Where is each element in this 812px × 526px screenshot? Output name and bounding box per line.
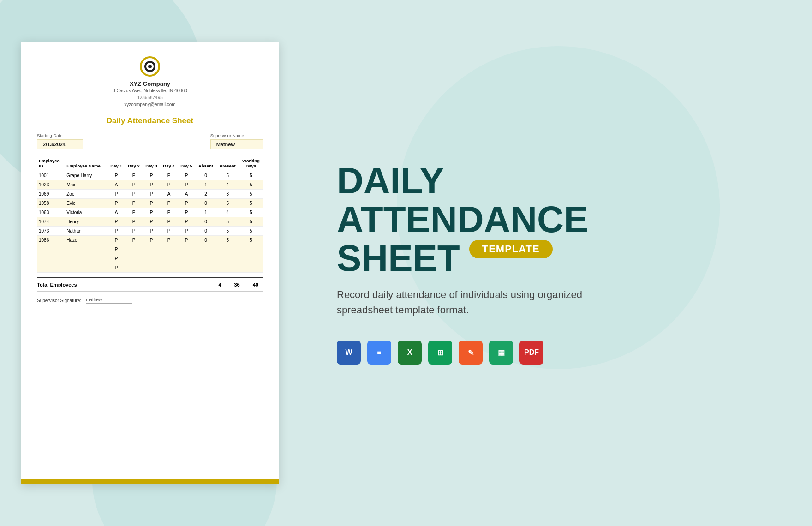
table-row: 1001 Grape Harry P P P P P 0 5 5 bbox=[37, 171, 263, 180]
table-row: 1074 Henry P P P P P 0 5 5 bbox=[37, 217, 263, 227]
attendance-table: EmployeeID Employee Name Day 1 Day 2 Day… bbox=[37, 156, 263, 273]
app-icon-pages[interactable]: ✎ bbox=[459, 341, 483, 365]
attendance-document: XYZ Company 3 Cactus Ave., Noblesville, … bbox=[21, 42, 279, 484]
footer-bar bbox=[21, 479, 279, 484]
col-header-day5: Day 5 bbox=[178, 156, 195, 171]
total-working: 40 bbox=[253, 282, 258, 287]
supervisor-name-value: Mathew bbox=[210, 139, 263, 149]
signature-row: Supervisor Signature: mathew bbox=[37, 297, 263, 304]
total-present: 36 bbox=[234, 282, 240, 287]
signature-value: mathew bbox=[86, 297, 132, 304]
supervisor-name-label: Supervisor Name bbox=[210, 133, 263, 138]
table-row-empty: P bbox=[37, 245, 263, 254]
signature-label: Supervisor Signature: bbox=[37, 298, 81, 303]
right-panel: DAILY ATTENDANCE SHEET TEMPLATE Record d… bbox=[300, 0, 812, 526]
company-logo bbox=[139, 55, 161, 78]
col-header-working: WorkingDays bbox=[239, 156, 263, 171]
app-icon-pdf[interactable]: PDF bbox=[519, 341, 543, 365]
total-row: Total Employees 4 36 40 bbox=[37, 277, 263, 292]
app-icon-sheets[interactable]: ⊞ bbox=[428, 341, 452, 365]
table-row: 1023 Max A P P P P 1 4 5 bbox=[37, 180, 263, 190]
col-header-day2: Day 2 bbox=[125, 156, 143, 171]
app-icon-word[interactable]: W bbox=[337, 341, 361, 365]
sheet-title: Daily Attendance Sheet bbox=[37, 116, 263, 126]
col-header-name: Employee Name bbox=[65, 156, 107, 171]
col-header-day1: Day 1 bbox=[107, 156, 125, 171]
starting-date-value: 2/13/2024 bbox=[37, 139, 83, 149]
col-header-day3: Day 3 bbox=[143, 156, 160, 171]
col-header-id: EmployeeID bbox=[37, 156, 65, 171]
supervisor-name-field: Supervisor Name Mathew bbox=[210, 133, 263, 149]
table-row: 1073 Nathan P P P P P 0 5 5 bbox=[37, 227, 263, 236]
col-header-day4: Day 4 bbox=[160, 156, 178, 171]
app-icon-numbers[interactable]: ▦ bbox=[489, 341, 513, 365]
total-absent: 4 bbox=[218, 282, 221, 287]
table-row: 1063 Victoria A P P P P 1 4 5 bbox=[37, 208, 263, 217]
starting-date-label: Starting Date bbox=[37, 133, 83, 138]
col-header-absent: Absent bbox=[195, 156, 216, 171]
company-name: XYZ Company bbox=[37, 80, 263, 87]
table-row: 1069 Zoe P P P A A 2 3 5 bbox=[37, 190, 263, 199]
company-address: 3 Cactus Ave., Noblesville, IN 46060 123… bbox=[37, 87, 263, 108]
table-row-empty: P bbox=[37, 254, 263, 263]
big-title: DAILY ATTENDANCE SHEET TEMPLATE bbox=[337, 161, 775, 278]
col-header-present: Present bbox=[216, 156, 239, 171]
total-values: 4 36 40 bbox=[218, 282, 263, 287]
template-badge: TEMPLATE bbox=[469, 240, 553, 258]
company-header: XYZ Company 3 Cactus Ave., Noblesville, … bbox=[37, 55, 263, 108]
svg-point-2 bbox=[148, 65, 152, 68]
app-icon-docs[interactable]: ≡ bbox=[367, 341, 391, 365]
meta-row: Starting Date 2/13/2024 Supervisor Name … bbox=[37, 133, 263, 149]
starting-date-field: Starting Date 2/13/2024 bbox=[37, 133, 83, 149]
table-row-empty: P bbox=[37, 263, 263, 273]
document-panel: XYZ Company 3 Cactus Ave., Noblesville, … bbox=[0, 0, 300, 526]
app-icon-excel[interactable]: X bbox=[398, 341, 422, 365]
total-label: Total Employees bbox=[37, 282, 77, 287]
table-row: 1058 Evie P P P P P 0 5 5 bbox=[37, 199, 263, 208]
table-row: 1086 Hazel P P P P P 0 5 5 bbox=[37, 236, 263, 245]
description-text: Record daily attendance of individuals u… bbox=[337, 287, 595, 317]
app-icons-row: W≡X⊞✎▦PDF bbox=[337, 341, 775, 365]
